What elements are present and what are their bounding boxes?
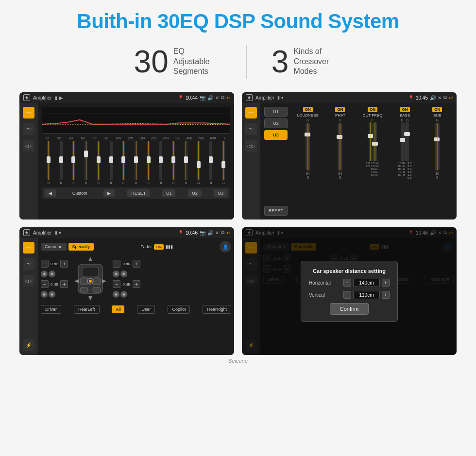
- status-left-3: Amplifier ▮ ●: [23, 229, 61, 236]
- svg-marker-14: [102, 279, 106, 283]
- svg-point-15: [89, 280, 92, 283]
- eq-slider-13[interactable]: 0: [205, 141, 217, 185]
- status-left-2: Amplifier ▮ ●: [246, 94, 284, 101]
- eq-slider-2[interactable]: 0: [68, 141, 79, 185]
- eq-graph: [42, 107, 230, 134]
- copilot-btn[interactable]: Copilot: [168, 305, 190, 314]
- db-plus-fl[interactable]: +: [60, 260, 68, 268]
- time-2: 10:45: [416, 95, 428, 101]
- reset-preset[interactable]: RESET: [264, 206, 288, 216]
- eq-slider-11[interactable]: 0: [180, 141, 192, 185]
- back-icon-1[interactable]: ↩: [226, 95, 230, 101]
- rearleft-btn[interactable]: RearLeft: [74, 305, 100, 314]
- dialog-vertical-row: Vertical − 110cm +: [309, 291, 390, 299]
- u2-button[interactable]: U2: [188, 189, 202, 197]
- sidebar-3: ≡≡ 〜 ◁▷ ⚡: [19, 238, 38, 355]
- db-plus-fr[interactable]: +: [133, 260, 140, 268]
- status-left-1: Amplifier ▮ ▶: [23, 94, 63, 101]
- status-bar-3: Amplifier ▮ ● 📍 10:46 📷 🔊 ✕ ⧉ ↩: [19, 227, 234, 238]
- eq-icon-2[interactable]: ≡≡: [245, 107, 257, 118]
- on-bass[interactable]: ON: [400, 107, 410, 112]
- vertical-plus[interactable]: +: [382, 291, 390, 299]
- eq-slider-4[interactable]: 0: [93, 141, 104, 185]
- u3-preset[interactable]: U3: [264, 130, 288, 140]
- eq-slider-1[interactable]: 0: [55, 141, 67, 185]
- stat-eq-number: 30: [134, 46, 169, 77]
- home-icon-2[interactable]: [246, 94, 253, 101]
- eq-slider-5[interactable]: 0: [105, 141, 117, 185]
- sidebar-1: ≡≡ 〜 ◁▷: [19, 103, 38, 220]
- u1-button[interactable]: U1: [162, 189, 176, 197]
- speaker-panel: Common Specialty Fader ON ▮▮▮ 👤: [38, 238, 234, 355]
- u2-preset[interactable]: U2: [264, 118, 288, 128]
- eq-slider-9[interactable]: 0: [155, 141, 167, 185]
- screen-content-1: ≡≡ 〜 ◁▷ 25: [19, 103, 234, 220]
- bt-icon-3[interactable]: ⚡: [23, 339, 34, 351]
- eq-slider-14[interactable]: -1: [218, 141, 229, 185]
- horizontal-plus[interactable]: +: [382, 279, 390, 287]
- wave-icon-1[interactable]: 〜: [23, 123, 34, 135]
- u3-button[interactable]: U3: [214, 189, 227, 197]
- back-icon-2[interactable]: ↩: [449, 95, 453, 101]
- db-minus-fr[interactable]: −: [113, 260, 120, 268]
- time-1: 10:44: [186, 95, 198, 101]
- confirm-button[interactable]: Confirm: [330, 303, 369, 315]
- vol-icon-1[interactable]: ◁▷: [23, 140, 34, 152]
- app-title-2: Amplifier: [255, 95, 274, 101]
- all-btn[interactable]: All: [112, 305, 124, 313]
- user-btn[interactable]: User: [137, 305, 155, 314]
- eq-icon-1[interactable]: ≡≡: [23, 107, 34, 118]
- channel-bass: ON BASS F G: [390, 107, 421, 179]
- u1-preset[interactable]: U1: [264, 107, 288, 117]
- specialty-tab[interactable]: Specialty: [68, 243, 94, 251]
- vol-icon-2[interactable]: ◁▷: [245, 140, 257, 152]
- eq-slider-10[interactable]: 0: [168, 141, 179, 185]
- vertical-value: 110cm: [353, 291, 380, 299]
- vol-icon-3[interactable]: ◁▷: [23, 275, 34, 287]
- eq-slider-8[interactable]: 0: [143, 141, 154, 185]
- eq-slider-7[interactable]: 0: [130, 141, 142, 185]
- eq-slider-6[interactable]: 0: [118, 141, 129, 185]
- eq-icon-3[interactable]: ≡≡: [23, 242, 34, 253]
- eq-slider-12[interactable]: -1: [193, 141, 204, 185]
- driver-btn[interactable]: Driver: [41, 305, 61, 314]
- wave-icon-2[interactable]: 〜: [245, 123, 257, 135]
- on-sub[interactable]: ON: [432, 107, 442, 112]
- db-plus-rl[interactable]: +: [60, 280, 68, 288]
- db-minus-rr[interactable]: −: [113, 280, 120, 288]
- on-cutfreq[interactable]: ON: [368, 107, 377, 112]
- screen-crossover: Amplifier ▮ ● 📍 10:45 🔊 ✕ ⧉ ↩ ≡≡ 〜 ◁▷: [242, 92, 457, 220]
- on-loudness[interactable]: ON: [303, 107, 313, 112]
- eq-sliders: 0 0 0 5 0 0 0 0 0 0 0 0 -1 0 -1: [42, 141, 230, 185]
- common-tab[interactable]: Common: [41, 243, 67, 251]
- status-right-3: 📍 10:46 📷 🔊 ✕ ⧉ ↩: [178, 230, 230, 236]
- home-icon-3[interactable]: [23, 229, 30, 236]
- dialog-overlay: Car speaker distance setting Horizontal …: [242, 227, 457, 355]
- stat-eq-label: EQ AdjustableSegments: [173, 47, 222, 77]
- eq-slider-3[interactable]: 5: [80, 141, 92, 185]
- prev-button[interactable]: ◀: [45, 189, 56, 197]
- stat-crossover-number: 3: [272, 46, 289, 77]
- status-right-2: 📍 10:45 🔊 ✕ ⧉ ↩: [408, 95, 453, 101]
- db-minus-fl[interactable]: −: [41, 260, 49, 268]
- screen-content-3: ≡≡ 〜 ◁▷ ⚡ Common Specialty Fader ON ▮▮▮: [19, 238, 234, 355]
- channel-loudness: ON LOUDNESS G 64 0: [292, 107, 323, 179]
- next-button[interactable]: ▶: [103, 189, 115, 197]
- db-row-rr: − 0 dB +: [113, 280, 140, 288]
- horizontal-minus[interactable]: −: [343, 279, 351, 287]
- db-row-rl: − 0 dB +: [41, 280, 68, 288]
- on-phat[interactable]: ON: [335, 107, 345, 112]
- reset-button[interactable]: RESET: [127, 189, 150, 197]
- home-icon-1[interactable]: [23, 94, 30, 101]
- db-row-fl: − 0 dB +: [41, 260, 68, 268]
- eq-slider-0[interactable]: 0: [43, 141, 54, 185]
- screen-content-2: ≡≡ 〜 ◁▷ U1 U2 U3 RESET ON: [242, 103, 457, 220]
- rearright-btn[interactable]: RearRight: [203, 305, 231, 314]
- back-icon-3[interactable]: ↩: [226, 230, 230, 236]
- channel-phat: ON PHAT G 64 0: [325, 107, 356, 179]
- play-icon-1[interactable]: ▮ ▶: [55, 95, 63, 101]
- wave-icon-3[interactable]: 〜: [23, 258, 34, 270]
- db-minus-rl[interactable]: −: [41, 280, 49, 288]
- db-plus-rr[interactable]: +: [133, 280, 140, 288]
- vertical-minus[interactable]: −: [343, 291, 351, 299]
